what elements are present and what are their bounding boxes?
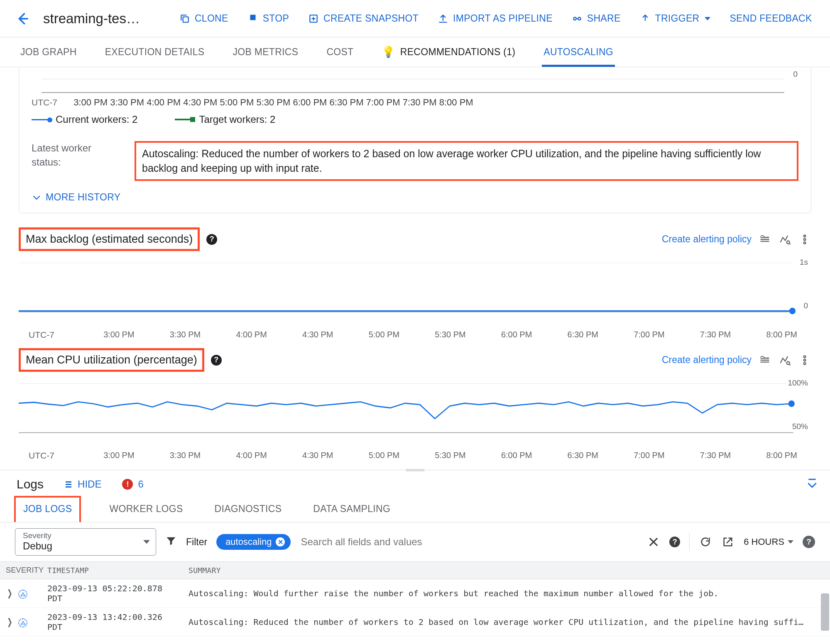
share-button[interactable]: SHARE (572, 13, 621, 24)
svg-point-16 (804, 362, 806, 364)
severity-select[interactable]: Severity Debug (15, 528, 156, 556)
job-title: streaming-tes… (43, 11, 140, 27)
filter-label: Filter (186, 537, 207, 548)
more-options-icon[interactable] (798, 234, 811, 245)
workers-card: 0 UTC-7 3:00 PM 3:30 PM 4:00 PM 4:30 PM … (19, 67, 811, 213)
more-options-icon[interactable] (798, 354, 811, 366)
legend-current-icon (32, 119, 50, 120)
tick-label: 5:00 PM (369, 451, 399, 461)
tick-label: 8:00 PM (766, 330, 797, 340)
tick-label: 5:30 PM (435, 330, 465, 340)
tab-job-logs[interactable]: JOB LOGS (14, 496, 81, 522)
tick-label: 4:30 PM (183, 97, 217, 107)
tab-recommendations[interactable]: 💡 RECOMMENDATIONS (1) (380, 37, 517, 67)
clone-button[interactable]: CLONE (179, 13, 228, 24)
tick-label: 7:00 PM (634, 451, 664, 461)
create-snapshot-button[interactable]: CREATE SNAPSHOT (308, 13, 419, 24)
search-help-icon[interactable]: ? (669, 537, 680, 547)
svg-point-14 (804, 356, 806, 358)
svg-point-19 (788, 400, 795, 407)
log-row[interactable]: ❯⁂ 2023-09-13 05:22:20.878 PDT Autoscali… (0, 579, 830, 608)
svg-point-8 (804, 242, 806, 244)
error-count-badge[interactable]: ! 6 (122, 478, 143, 490)
explore-icon[interactable] (778, 234, 791, 245)
create-alerting-policy-link[interactable]: Create alerting policy (662, 234, 752, 245)
filter-icon (165, 535, 177, 549)
open-external-button[interactable] (721, 536, 735, 548)
tick-label: 7:30 PM (700, 451, 731, 461)
cpu-panel: Mean CPU utilization (percentage) ? Crea… (19, 348, 811, 461)
explore-icon[interactable] (778, 354, 791, 366)
tick-label: 6:00 PM (293, 97, 327, 107)
tick-label: 7:00 PM (366, 97, 400, 107)
trigger-button[interactable]: TRIGGER (640, 13, 711, 24)
tick-label: 6:00 PM (501, 451, 532, 461)
worker-status-label: Latest worker status: (32, 141, 123, 181)
tick-label: 6:30 PM (568, 330, 598, 340)
logs-tabs: JOB LOGS WORKER LOGS DIAGNOSTICS DATA SA… (0, 496, 830, 522)
import-pipeline-button[interactable]: IMPORT AS PIPELINE (438, 13, 553, 24)
utc-label: UTC-7 (32, 98, 71, 107)
svg-point-15 (804, 359, 806, 361)
chevron-down-icon (143, 540, 150, 544)
help-icon[interactable]: ? (206, 234, 217, 245)
filter-chip-autoscaling[interactable]: autoscaling ✕ (216, 534, 291, 550)
refresh-button[interactable] (699, 536, 712, 548)
trigger-label: TRIGGER (655, 13, 700, 24)
tick-label: 3:00 PM (103, 451, 134, 461)
tab-autoscaling[interactable]: AUTOSCALING (542, 37, 615, 67)
svg-rect-21 (66, 484, 71, 485)
legend-toggle-icon[interactable] (758, 354, 771, 366)
utc-label: UTC-7 (29, 330, 68, 340)
tab-job-graph[interactable]: JOB GRAPH (19, 37, 78, 67)
tick-label: 6:30 PM (330, 97, 364, 107)
svg-point-3 (573, 17, 576, 20)
svg-rect-20 (66, 481, 71, 483)
legend-toggle-icon[interactable] (758, 234, 771, 245)
tick-label: 4:00 PM (236, 451, 267, 461)
y-zero-label: 0 (793, 70, 798, 79)
remove-chip-icon[interactable]: ✕ (276, 537, 285, 546)
stop-button[interactable]: STOP (247, 12, 289, 25)
collapse-logs-button[interactable] (806, 477, 818, 492)
logs-table-header: SEVERITY TIMESTAMP SUMMARY (0, 562, 830, 579)
logs-help-icon[interactable]: ? (803, 536, 815, 548)
scrollbar[interactable] (821, 593, 829, 631)
more-history-button[interactable]: MORE HISTORY (32, 192, 798, 203)
tab-job-metrics[interactable]: JOB METRICS (231, 37, 300, 67)
tick-label: 3:30 PM (170, 330, 201, 340)
feedback-label: SEND FEEDBACK (730, 13, 812, 24)
filter-chip-label: autoscaling (225, 537, 272, 547)
time-range-select[interactable]: 6 HOURS (744, 537, 793, 547)
log-row[interactable]: ❯⁂ 2023-09-13 13:42:00.326 PDT Autoscali… (0, 608, 830, 637)
col-summary: SUMMARY (183, 562, 830, 579)
y-top-label: 100% (788, 378, 808, 388)
tab-cost[interactable]: COST (325, 37, 355, 67)
hide-logs-button[interactable]: HIDE (64, 478, 101, 490)
y-top-label: 1s (800, 258, 808, 267)
clear-search-button[interactable] (647, 536, 660, 548)
stop-label: STOP (263, 13, 289, 24)
expand-icon[interactable]: ❯ (7, 617, 12, 627)
cpu-chart (19, 374, 811, 449)
tab-execution-details[interactable]: EXECUTION DETAILS (103, 37, 206, 67)
tick-label: 5:00 PM (369, 330, 399, 340)
col-severity: SEVERITY (0, 562, 42, 579)
create-alerting-policy-link[interactable]: Create alerting policy (662, 354, 752, 366)
logs-search-input[interactable] (300, 536, 638, 548)
tick-label: 7:30 PM (403, 97, 437, 107)
tick-label: 7:30 PM (700, 330, 731, 340)
tick-label: 3:00 PM (103, 330, 134, 340)
tab-worker-logs[interactable]: WORKER LOGS (106, 496, 186, 522)
back-button[interactable] (14, 10, 31, 27)
tab-diagnostics[interactable]: DIAGNOSTICS (211, 496, 285, 522)
send-feedback-button[interactable]: SEND FEEDBACK (730, 13, 812, 24)
tick-label: 4:30 PM (302, 330, 333, 340)
chevron-down-icon (705, 17, 710, 20)
help-icon[interactable]: ? (211, 355, 222, 366)
expand-icon[interactable]: ❯ (7, 588, 12, 599)
job-tabs: JOB GRAPH EXECUTION DETAILS JOB METRICS … (0, 37, 830, 67)
legend-target-workers: Target workers: 2 (175, 114, 275, 125)
tab-data-sampling[interactable]: DATA SAMPLING (310, 496, 394, 522)
svg-point-13 (787, 361, 790, 364)
